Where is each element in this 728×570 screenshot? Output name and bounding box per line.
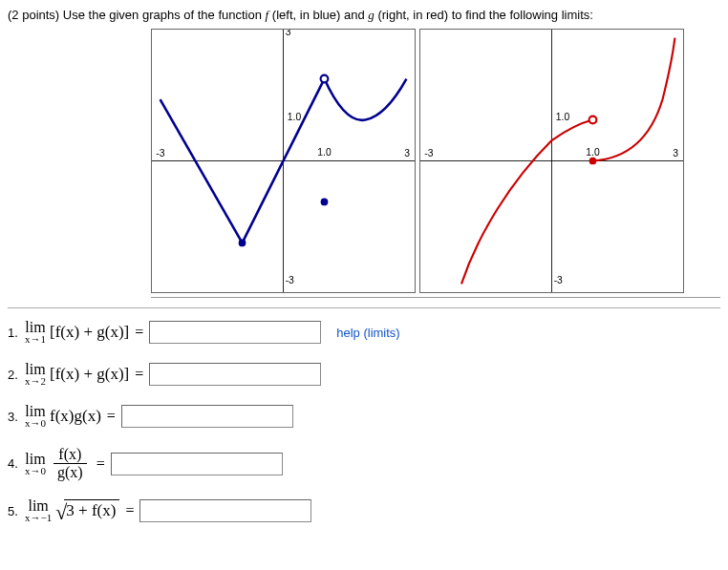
- q4-num: 4.: [8, 456, 25, 471]
- svg-text:3: 3: [286, 29, 291, 37]
- prompt-mid1: (left, in blue) and: [272, 8, 365, 22]
- svg-point-18: [589, 116, 597, 124]
- q1-body: [f(x) + g(x)]: [50, 323, 129, 342]
- svg-text:-3: -3: [554, 275, 563, 285]
- q4-limit: lim x→0: [25, 452, 46, 476]
- question-1: 1. lim x→1 [f(x) + g(x)] = help (limits): [8, 320, 720, 345]
- q1-num: 1.: [8, 326, 25, 340]
- svg-text:-3: -3: [286, 275, 294, 285]
- func-f: f: [266, 8, 269, 22]
- question-3: 3. lim x→0 f(x)g(x) =: [8, 404, 720, 429]
- svg-text:1.0: 1.0: [556, 112, 570, 122]
- q3-answer-input[interactable]: [121, 405, 293, 428]
- svg-point-10: [321, 199, 329, 206]
- q4-fraction: f(x) g(x): [54, 446, 87, 481]
- svg-point-19: [589, 158, 597, 165]
- svg-text:1.0: 1.0: [317, 147, 332, 158]
- svg-point-9: [321, 75, 329, 83]
- q5-num: 5.: [8, 504, 25, 518]
- svg-text:3: 3: [673, 148, 678, 158]
- question-5: 5. lim x→−1 √ 3 + f(x) =: [8, 498, 720, 523]
- svg-text:1.0: 1.0: [288, 112, 302, 122]
- q5-limit: lim x→−1: [25, 498, 52, 523]
- q2-body: [f(x) + g(x)]: [50, 365, 129, 384]
- q2-answer-input[interactable]: [149, 363, 321, 386]
- problem-prompt: (2 points) Use the given graphs of the f…: [8, 8, 720, 23]
- help-link[interactable]: help (limits): [336, 326, 399, 340]
- q1-limit: lim x→1: [25, 320, 46, 345]
- q1-answer-input[interactable]: [149, 321, 321, 344]
- svg-text:1.0: 1.0: [586, 147, 600, 158]
- points-label: (2 points): [8, 8, 59, 22]
- q3-body: f(x)g(x): [50, 407, 101, 426]
- graph-g: 1.0 1.0 -3 -3 3: [419, 29, 684, 293]
- svg-text:3: 3: [404, 148, 410, 158]
- divider: [8, 307, 720, 308]
- q5-answer-input[interactable]: [139, 499, 311, 522]
- func-g: g: [368, 8, 375, 22]
- q5-sqrt: √ 3 + f(x): [55, 499, 119, 521]
- question-2: 2. lim x→2 [f(x) + g(x)] =: [8, 362, 720, 387]
- svg-text:-3: -3: [424, 148, 433, 158]
- q3-limit: lim x→0: [25, 404, 46, 429]
- q3-num: 3.: [8, 410, 25, 424]
- q2-num: 2.: [8, 368, 25, 382]
- q2-limit: lim x→2: [25, 362, 46, 387]
- prompt-lead: Use the given graphs of the function: [63, 8, 262, 22]
- prompt-mid2: (right, in red) to find the following li…: [377, 8, 592, 22]
- q4-answer-input[interactable]: [111, 453, 283, 475]
- svg-text:-3: -3: [156, 148, 164, 158]
- graphs-container: 1.0 1.0 -3 -3 3 3 1.0 1.0 -3 -3 3: [151, 29, 720, 298]
- svg-point-8: [239, 240, 246, 247]
- question-4: 4. lim x→0 f(x) g(x) =: [8, 446, 720, 481]
- graph-f: 1.0 1.0 -3 -3 3 3: [151, 29, 416, 293]
